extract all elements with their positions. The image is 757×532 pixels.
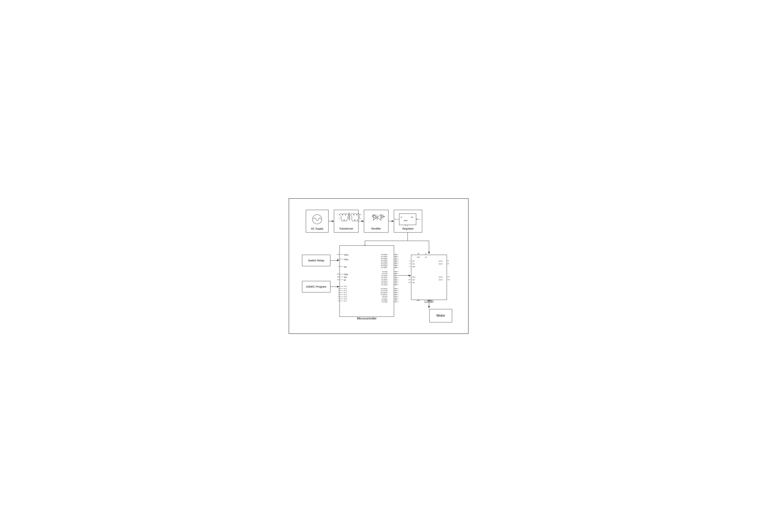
mcu-p37: P3.7/RD [381, 301, 387, 303]
l293d-in1-num: 2 [409, 260, 410, 262]
mcu-p02: P0.2/AD2 [381, 257, 387, 259]
mcu-p33: P3.3/INT1 [380, 294, 387, 295]
mcu-p10: P1.0 [344, 285, 347, 287]
l293d-in3: IN3 [412, 279, 415, 281]
l293d-out2-num: 6 [448, 263, 449, 265]
mcu-p27: P2.7/A15 [381, 284, 387, 286]
l293d-en1-num: 1 [409, 266, 410, 267]
ac-supply-label: AC Supply [311, 227, 323, 230]
l293d-out1-num: 3 [448, 260, 449, 262]
l293d-out2: OUT2 [439, 263, 443, 265]
mcu-p26: P2.6/A14 [381, 282, 387, 284]
mcu-pin4-num: 4 [338, 292, 339, 293]
mcu-ea: EA [344, 279, 346, 281]
mcu-pin18-num: 18 [337, 258, 339, 260]
mcu-psen: PSEN [344, 273, 348, 275]
vi-label: VI [401, 216, 402, 218]
ac-supply-symbol [313, 215, 322, 224]
mcu-p03: P0.3/AD3 [381, 259, 387, 261]
l293d-in3-num: 10 [409, 279, 410, 281]
mcu-pin5-num: 5 [338, 294, 339, 295]
microcontroller-label: Microcontroller [357, 317, 377, 320]
mcu-p31: P3.1/TXD [381, 290, 387, 292]
reg-pin1: 1 [395, 218, 396, 220]
l293d-out4: OUT4 [439, 279, 443, 281]
mcu-p34: P3.4/T0 [382, 295, 387, 297]
l293d-en1: EN1 [412, 266, 415, 268]
mcu-p01: P0.1/AD1 [381, 255, 387, 257]
l293d-out4-num: 14 [448, 279, 450, 281]
mcu-p00: P0.0/AD0 [381, 254, 387, 255]
mcu-pin9-num: 9 [338, 266, 339, 267]
mcu-xtal2: XTAL2 [344, 258, 348, 260]
l293d-in1: IN1 [412, 260, 415, 262]
mcu-p07: P0.7/AD7 [381, 267, 387, 269]
mcu-pin6-num: 6 [338, 296, 339, 298]
l293d-vss-num: 16 [417, 252, 419, 254]
mcu-p14: P1.4 [344, 294, 347, 296]
mcu-ale: ALE [344, 276, 347, 278]
l293d-vs: VS [425, 256, 427, 258]
mcu-pin19-num: 19 [337, 253, 339, 255]
circuit-diagram: AC Supply Transformer [295, 204, 463, 328]
regulator-label: Regulator [402, 227, 414, 230]
l293d-gnd1: GND [417, 299, 420, 301]
l293d-out1: OUT1 [439, 260, 443, 262]
mcu-pin3-num: 3 [338, 290, 339, 291]
outer-border: AC Supply Transformer [289, 198, 469, 334]
mcu-p13: P1.3 [344, 292, 347, 294]
mcu-p23: P2.3/A11 [381, 277, 387, 278]
mcu-pin8-num: 8 [338, 300, 339, 302]
mcu-p04: P0.4/AD4 [381, 261, 387, 263]
mcu-pin2-num: 2 [338, 288, 339, 289]
rectifier-label: Rectifier [371, 227, 381, 230]
motor-label: Motor [436, 314, 445, 317]
mcu-p21: P2.1/A9 [382, 273, 387, 275]
mcu-p25: P2.5/A13 [381, 280, 387, 282]
mcu-rst: RST [344, 266, 347, 268]
gnd-label: GND [404, 220, 408, 222]
mcu-p05: P0.5/AD5 [381, 263, 387, 265]
l293d-in4: IN4 [412, 282, 415, 283]
l293d-out3-num: 11 [448, 276, 450, 278]
l293d-vss: VSS [417, 256, 420, 258]
mcu-pin30-num: 30 [337, 276, 339, 278]
switch-relay-label: Switch Relay [308, 259, 324, 262]
mcu-pin29-num: 29 [337, 273, 339, 275]
l293d-en2-num: 9 [409, 276, 410, 278]
mcu-p32: P3.2/INT0 [380, 292, 387, 293]
mcu-pin1-num: 1 [338, 285, 339, 287]
mcu-p11: P1.1 [344, 288, 347, 289]
mcu-p06: P0.6/AD6 [381, 265, 387, 267]
mcu-p15: P1.5 [344, 296, 347, 298]
l293d-vs-num: 8 [425, 252, 426, 254]
mcu-p24: P2.4/A12 [381, 279, 387, 280]
transformer-label: Transformer [339, 227, 353, 230]
mcu-p22: P2.2/A10 [381, 275, 387, 277]
reg-pin3: 3 [416, 218, 417, 220]
l293d-en2: EN2 [412, 276, 415, 278]
mcu-p16: P1.6 [344, 298, 347, 300]
l293d-gnd2: GND [428, 299, 431, 301]
vo-label: VO [411, 216, 413, 218]
reg-pin2: 2 [405, 224, 406, 226]
l293d-in2-num: 7 [409, 263, 410, 265]
regulator-inner-block [399, 214, 416, 225]
mcu-pin31-num: 31 [337, 279, 339, 281]
mcu-p36: P3.6/WR [381, 299, 387, 301]
mcu-xtal1: XTAL1 [344, 254, 348, 255]
mcu-p30: P3.0/RXD [381, 288, 387, 290]
l293d-out3: OUT3 [439, 276, 443, 278]
l293d-in4-num: 15 [409, 281, 410, 283]
mcu-p35: P3.5/T1 [382, 297, 387, 299]
asm-program-label: ASM/C Program [306, 285, 326, 288]
mcu-pin7-num: 7 [338, 298, 339, 300]
mcu-p12: P1.2 [344, 290, 347, 292]
mcu-p17: P1.7 [344, 300, 347, 302]
l293d-in2: IN2 [412, 263, 415, 265]
mcu-p20: P2.0/A8 [382, 271, 387, 273]
